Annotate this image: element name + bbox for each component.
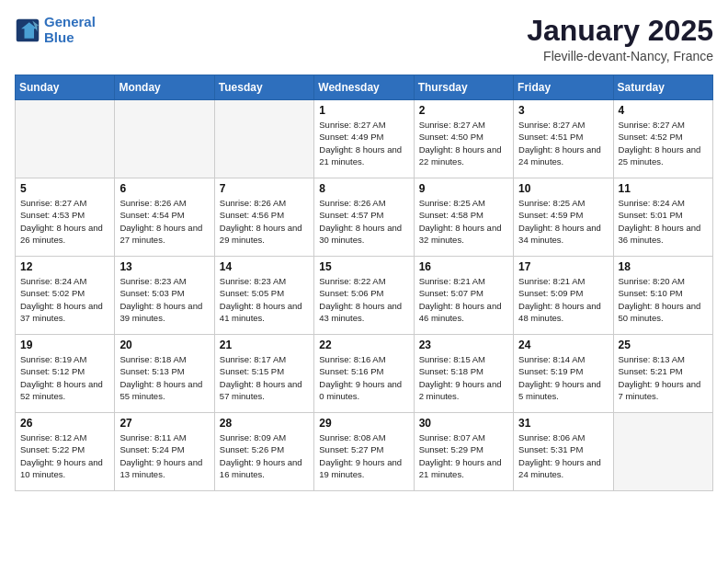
week-row: 5Sunrise: 8:27 AM Sunset: 4:53 PM Daylig… [16, 178, 713, 257]
day-info: Sunrise: 8:08 AM Sunset: 5:27 PM Dayligh… [319, 431, 408, 480]
calendar-day [115, 100, 214, 178]
calendar-day: 24Sunrise: 8:14 AM Sunset: 5:19 PM Dayli… [514, 335, 613, 413]
day-info: Sunrise: 8:25 AM Sunset: 4:59 PM Dayligh… [518, 197, 608, 246]
calendar-day: 25Sunrise: 8:13 AM Sunset: 5:21 PM Dayli… [613, 335, 712, 413]
day-number: 15 [319, 260, 408, 273]
day-number: 26 [20, 417, 109, 430]
weekday-header: SundayMondayTuesdayWednesdayThursdayFrid… [16, 75, 713, 100]
day-info: Sunrise: 8:17 AM Sunset: 5:15 PM Dayligh… [220, 353, 309, 402]
calendar-day: 29Sunrise: 8:08 AM Sunset: 5:27 PM Dayli… [314, 413, 414, 491]
day-info: Sunrise: 8:21 AM Sunset: 5:09 PM Dayligh… [518, 275, 608, 324]
day-info: Sunrise: 8:27 AM Sunset: 4:52 PM Dayligh… [619, 119, 708, 167]
calendar-day: 2Sunrise: 8:27 AM Sunset: 4:50 PM Daylig… [414, 100, 513, 178]
day-number: 29 [319, 417, 408, 430]
weekday-header-cell: Sunday [16, 75, 115, 100]
day-info: Sunrise: 8:27 AM Sunset: 4:50 PM Dayligh… [419, 119, 508, 167]
day-info: Sunrise: 8:20 AM Sunset: 5:10 PM Dayligh… [619, 275, 708, 324]
day-number: 23 [419, 339, 508, 351]
calendar-day: 7Sunrise: 8:26 AM Sunset: 4:56 PM Daylig… [214, 178, 313, 257]
calendar-day: 13Sunrise: 8:23 AM Sunset: 5:03 PM Dayli… [115, 257, 214, 335]
weekday-header-cell: Friday [514, 75, 613, 100]
calendar-day: 23Sunrise: 8:15 AM Sunset: 5:18 PM Dayli… [414, 335, 513, 413]
calendar-day: 27Sunrise: 8:11 AM Sunset: 5:24 PM Dayli… [115, 413, 214, 491]
day-number: 20 [119, 339, 209, 351]
calendar-day: 31Sunrise: 8:06 AM Sunset: 5:31 PM Dayli… [514, 413, 613, 491]
day-number: 14 [220, 260, 309, 273]
weekday-header-cell: Saturday [613, 75, 712, 100]
calendar-day: 11Sunrise: 8:24 AM Sunset: 5:01 PM Dayli… [613, 178, 712, 257]
week-row: 1Sunrise: 8:27 AM Sunset: 4:49 PM Daylig… [16, 100, 713, 178]
day-number: 8 [319, 182, 408, 195]
day-number: 24 [518, 339, 608, 351]
calendar-day: 15Sunrise: 8:22 AM Sunset: 5:06 PM Dayli… [314, 257, 414, 335]
calendar-day: 4Sunrise: 8:27 AM Sunset: 4:52 PM Daylig… [613, 100, 712, 178]
calendar-day [613, 413, 712, 491]
day-number: 10 [518, 182, 608, 195]
day-info: Sunrise: 8:23 AM Sunset: 5:05 PM Dayligh… [220, 275, 309, 324]
day-number: 12 [20, 260, 109, 273]
calendar-day: 21Sunrise: 8:17 AM Sunset: 5:15 PM Dayli… [214, 335, 313, 413]
day-info: Sunrise: 8:22 AM Sunset: 5:06 PM Dayligh… [319, 275, 408, 324]
weekday-header-cell: Wednesday [314, 75, 414, 100]
calendar-day: 30Sunrise: 8:07 AM Sunset: 5:29 PM Dayli… [414, 413, 513, 491]
day-info: Sunrise: 8:06 AM Sunset: 5:31 PM Dayligh… [518, 431, 608, 480]
location-title: Fleville-devant-Nancy, France [527, 49, 713, 63]
calendar-day: 5Sunrise: 8:27 AM Sunset: 4:53 PM Daylig… [16, 178, 115, 257]
day-number: 4 [619, 104, 708, 117]
day-info: Sunrise: 8:09 AM Sunset: 5:26 PM Dayligh… [220, 431, 309, 480]
week-row: 26Sunrise: 8:12 AM Sunset: 5:22 PM Dayli… [16, 413, 713, 491]
day-number: 17 [518, 260, 608, 273]
day-info: Sunrise: 8:14 AM Sunset: 5:19 PM Dayligh… [518, 353, 608, 402]
day-number: 18 [619, 260, 708, 273]
day-info: Sunrise: 8:07 AM Sunset: 5:29 PM Dayligh… [419, 431, 508, 480]
day-info: Sunrise: 8:26 AM Sunset: 4:54 PM Dayligh… [119, 197, 209, 246]
calendar-body: 1Sunrise: 8:27 AM Sunset: 4:49 PM Daylig… [16, 100, 713, 491]
day-info: Sunrise: 8:26 AM Sunset: 4:57 PM Dayligh… [319, 197, 408, 246]
day-number: 1 [319, 104, 408, 117]
calendar-day: 8Sunrise: 8:26 AM Sunset: 4:57 PM Daylig… [314, 178, 414, 257]
day-info: Sunrise: 8:23 AM Sunset: 5:03 PM Dayligh… [119, 275, 209, 324]
header: General Blue January 2025 Fleville-devan… [15, 15, 713, 63]
day-number: 2 [419, 104, 508, 117]
calendar-day: 28Sunrise: 8:09 AM Sunset: 5:26 PM Dayli… [214, 413, 313, 491]
day-number: 21 [220, 339, 309, 351]
day-number: 13 [119, 260, 209, 273]
calendar-day: 9Sunrise: 8:25 AM Sunset: 4:58 PM Daylig… [414, 178, 513, 257]
calendar-day: 10Sunrise: 8:25 AM Sunset: 4:59 PM Dayli… [514, 178, 613, 257]
calendar-day: 16Sunrise: 8:21 AM Sunset: 5:07 PM Dayli… [414, 257, 513, 335]
day-number: 27 [119, 417, 209, 430]
calendar-day: 14Sunrise: 8:23 AM Sunset: 5:05 PM Dayli… [214, 257, 313, 335]
day-number: 6 [119, 182, 209, 195]
day-number: 5 [20, 182, 109, 195]
logo: General Blue [15, 15, 96, 45]
day-number: 25 [619, 339, 708, 351]
day-info: Sunrise: 8:25 AM Sunset: 4:58 PM Dayligh… [419, 197, 508, 246]
day-info: Sunrise: 8:19 AM Sunset: 5:12 PM Dayligh… [20, 353, 109, 402]
day-number: 16 [419, 260, 508, 273]
day-info: Sunrise: 8:24 AM Sunset: 5:01 PM Dayligh… [619, 197, 708, 246]
week-row: 19Sunrise: 8:19 AM Sunset: 5:12 PM Dayli… [16, 335, 713, 413]
day-info: Sunrise: 8:27 AM Sunset: 4:51 PM Dayligh… [518, 119, 608, 167]
day-number: 7 [220, 182, 309, 195]
calendar-day: 1Sunrise: 8:27 AM Sunset: 4:49 PM Daylig… [314, 100, 414, 178]
calendar-day: 3Sunrise: 8:27 AM Sunset: 4:51 PM Daylig… [514, 100, 613, 178]
calendar-day: 6Sunrise: 8:26 AM Sunset: 4:54 PM Daylig… [115, 178, 214, 257]
day-info: Sunrise: 8:15 AM Sunset: 5:18 PM Dayligh… [419, 353, 508, 402]
day-number: 19 [20, 339, 109, 351]
month-title: January 2025 [527, 15, 713, 47]
day-info: Sunrise: 8:21 AM Sunset: 5:07 PM Dayligh… [419, 275, 508, 324]
day-number: 22 [319, 339, 408, 351]
logo-icon [15, 17, 40, 43]
calendar-day: 26Sunrise: 8:12 AM Sunset: 5:22 PM Dayli… [16, 413, 115, 491]
calendar-day: 18Sunrise: 8:20 AM Sunset: 5:10 PM Dayli… [613, 257, 712, 335]
logo-text: General Blue [44, 15, 96, 45]
day-info: Sunrise: 8:27 AM Sunset: 4:53 PM Dayligh… [20, 197, 109, 246]
weekday-header-cell: Monday [115, 75, 214, 100]
calendar-day: 17Sunrise: 8:21 AM Sunset: 5:09 PM Dayli… [514, 257, 613, 335]
day-info: Sunrise: 8:12 AM Sunset: 5:22 PM Dayligh… [20, 431, 109, 480]
calendar-day: 22Sunrise: 8:16 AM Sunset: 5:16 PM Dayli… [314, 335, 414, 413]
day-number: 28 [220, 417, 309, 430]
title-area: January 2025 Fleville-devant-Nancy, Fran… [527, 15, 713, 63]
day-info: Sunrise: 8:13 AM Sunset: 5:21 PM Dayligh… [619, 353, 708, 402]
day-info: Sunrise: 8:26 AM Sunset: 4:56 PM Dayligh… [220, 197, 309, 246]
